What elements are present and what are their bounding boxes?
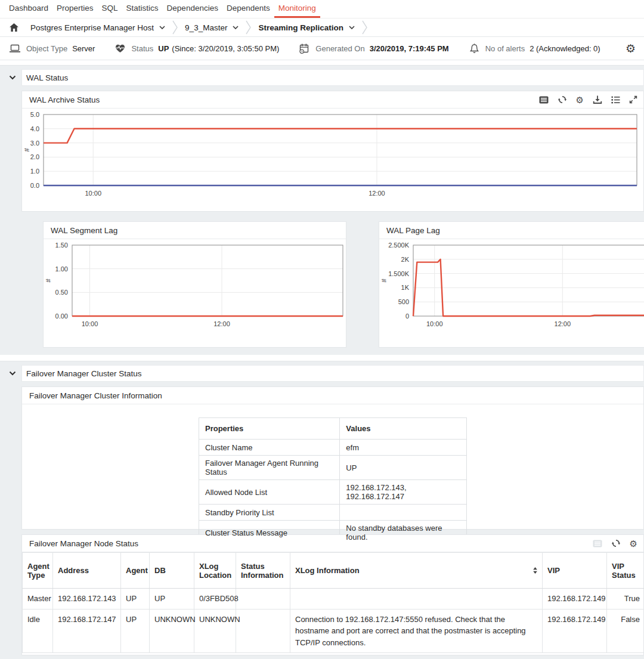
svg-text:0.50: 0.50 [55,289,68,296]
column-header: Properties [199,418,340,440]
svg-text:2K: 2K [401,256,410,263]
settings-gear-icon[interactable]: ⚙ [630,539,637,548]
tab-statistics[interactable]: Statistics [122,0,163,18]
table-row: Cluster Name efm [199,440,467,456]
failover-section: Failover Manager Cluster Status Failover… [0,361,644,659]
laptop-icon [10,44,20,53]
wal-status-section: WAL Status WAL Archive Status ⚙ [0,65,644,355]
breadcrumb-item-host[interactable]: Postgres Enterprise Manager Host [30,23,165,32]
panel-title: Failover Manager Node Status [29,539,138,548]
column-header: VIP [543,553,607,589]
heartbeat-icon [115,44,125,53]
svg-text:10:00: 10:00 [426,320,443,327]
svg-text:0.0: 0.0 [30,182,39,189]
object-type-group: Object Type Server [10,44,95,53]
panel-title: WAL Archive Status [29,95,100,104]
table-row: Allowed Node List 192.168.172.143, 192.1… [199,480,467,505]
failover-status-header[interactable]: Failover Manager Cluster Status [21,365,644,382]
breadcrumb-separator-icon [362,20,367,35]
status-bar: Object Type Server Status UP (Since: 3/2… [0,37,644,60]
object-type-value: Server [72,44,95,53]
section-chevron-icon[interactable] [9,75,16,80]
panel-title: WAL Segment Lag [51,226,117,235]
table-header-row: Properties Values [199,418,467,440]
tab-dependencies[interactable]: Dependencies [163,0,222,18]
chevron-down-icon[interactable] [233,26,239,29]
section-chevron-icon[interactable] [9,371,16,376]
breadcrumb: Postgres Enterprise Manager Host 9_3_Mas… [0,18,644,37]
generated-label: Generated On [315,44,364,53]
svg-text:1.50: 1.50 [55,242,68,249]
svg-text:12:00: 12:00 [213,320,230,327]
section-title: WAL Status [26,73,68,82]
chevron-down-icon[interactable] [159,26,165,29]
sort-icon[interactable] [533,567,537,574]
table-cell: 192.168.172.143, 192.168.172.147 [340,480,467,505]
tab-properties[interactable]: Properties [52,0,98,18]
table-cell [236,609,290,653]
table-cell: Failover Manager Agent Running Status [199,456,340,480]
breadcrumb-item-dashboard[interactable]: Streaming Replication [258,23,355,32]
download-icon[interactable] [593,95,602,104]
status-value: UP [158,44,169,53]
wal-page-chart: 05001K1.500K2K2.500K10:0012:00# [379,239,644,335]
breadcrumb-item-server[interactable]: 9_3_Master [185,23,239,32]
tab-sql[interactable]: SQL [98,0,122,18]
wal-segment-panel: WAL Segment Lag 0.000.501.001.5010:0012:… [43,221,346,348]
svg-text:12:00: 12:00 [555,320,571,327]
tab-monitoring[interactable]: Monitoring [274,0,320,18]
table-cell: UP [340,456,467,480]
table-cell: Cluster Name [199,440,340,456]
refresh-icon[interactable] [558,95,567,104]
list-icon[interactable] [611,96,620,104]
table-cell [340,505,467,521]
column-header-sortable[interactable]: XLog Information [290,553,543,589]
panel-title: Failover Manager Cluster Information [29,391,162,400]
node-status-panel: Failover Manager Node Status ⚙ Agent Typ… [21,534,644,655]
breadcrumb-separator-icon [172,20,178,35]
table-cell: UNKNOWN [194,609,236,653]
cluster-info-table: Properties Values Cluster Name efm Failo… [199,417,467,545]
column-header: DB [150,553,194,589]
svg-text:#: # [23,148,30,152]
svg-text:0.00: 0.00 [55,313,68,320]
alerts-group: No of alerts 2 (Acknowledged: 0) [469,44,600,54]
wal-archive-chart: 0.01.02.03.04.05.010:0012:00# [22,109,643,208]
home-icon[interactable] [10,23,18,32]
table-cell: UP [121,589,150,610]
wal-segment-chart: 0.000.501.001.5010:0012:00# [44,239,346,335]
legend-icon-disabled [593,540,602,547]
table-cell: 192.168.172.143 [53,589,121,610]
column-header: XLog Location [194,553,236,589]
svg-text:2.500K: 2.500K [388,242,410,249]
breadcrumb-label: 9_3_Master [185,23,227,32]
breadcrumb-label: Streaming Replication [258,23,343,32]
tab-dashboard[interactable]: Dashboard [5,0,52,18]
table-cell: 192.168.172.147 [53,609,121,653]
svg-text:#: # [45,279,52,283]
table-cell: 192.168.172.149 [543,609,607,653]
table-cell: Master [23,589,53,610]
table-cell: efm [340,440,467,456]
svg-text:1K: 1K [401,284,410,291]
alerts-value: 2 (Acknowledged: 0) [530,44,600,53]
breadcrumb-label: Postgres Enterprise Manager Host [30,23,154,32]
wal-page-panel: WAL Page Lag 05001K1.500K2K2.500K10:0012… [379,221,644,348]
tab-dependents[interactable]: Dependents [222,0,274,18]
object-type-label: Object Type [26,44,67,53]
svg-text:0: 0 [405,313,409,320]
top-nav: Dashboard Properties SQL Statistics Depe… [0,0,644,18]
expand-icon[interactable] [629,95,637,104]
column-header: Agent [121,553,150,589]
table-row: Master 192.168.172.143 UP UP 0/3FBD508 1… [23,589,644,610]
table-header-row: Agent Type Address Agent DB XLog Locatio… [23,553,644,589]
legend-icon[interactable] [539,96,549,104]
refresh-icon[interactable] [611,539,621,548]
table-cell: Allowed Node List [199,480,340,505]
column-header: VIP Status [607,553,644,589]
table-row: Standby Priority List [199,505,467,521]
wal-status-header[interactable]: WAL Status [21,69,644,86]
chevron-down-icon[interactable] [349,26,355,29]
settings-gear-icon[interactable]: ⚙ [576,95,584,104]
settings-gear-icon[interactable]: ⚙ [626,43,636,54]
